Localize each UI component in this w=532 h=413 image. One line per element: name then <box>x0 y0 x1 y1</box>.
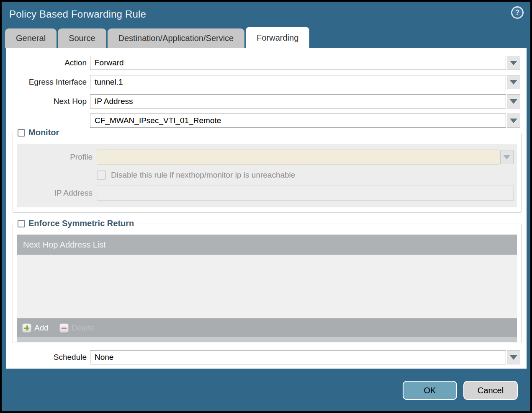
monitor-legend: Monitor <box>15 128 63 137</box>
dialog-title: Policy Based Forwarding Rule <box>9 8 146 20</box>
chevron-down-icon <box>510 355 517 360</box>
schedule-row: Schedule None <box>6 350 520 364</box>
action-dropdown-button[interactable] <box>507 56 520 70</box>
profile-select[interactable] <box>97 150 499 165</box>
add-button-label: Add <box>34 323 49 333</box>
tab-forwarding[interactable]: Forwarding <box>246 27 309 48</box>
monitor-section: Monitor Profile Disable this rule if nex… <box>13 133 522 213</box>
monitor-ip-address-input[interactable] <box>97 186 514 201</box>
monitor-ip-address-label: IP Address <box>17 188 93 198</box>
next-hop-dropdown-button[interactable] <box>507 94 520 108</box>
enforce-symmetric-return-section: Enforce Symmetric Return Next Hop Addres… <box>13 224 522 343</box>
delete-button-label: Delete <box>72 323 95 333</box>
table-bottom-strip <box>17 337 517 342</box>
chevron-down-icon <box>510 119 517 123</box>
title-bar: Policy Based Forwarding Rule ? <box>2 2 530 27</box>
chevron-down-icon <box>510 99 517 104</box>
minus-icon <box>59 323 69 333</box>
action-row: Action Forward <box>6 56 520 70</box>
tab-general[interactable]: General <box>5 28 57 48</box>
egress-interface-dropdown-button[interactable] <box>507 75 520 89</box>
egress-interface-label: Egress Interface <box>6 77 87 87</box>
egress-interface-select[interactable]: tunnel.1 <box>90 75 506 89</box>
help-icon[interactable]: ? <box>511 6 524 19</box>
next-hop-address-list-body[interactable] <box>17 255 517 318</box>
tab-source[interactable]: Source <box>58 28 106 48</box>
schedule-label: Schedule <box>6 353 87 362</box>
disable-rule-row: Disable this rule if nexthop/monitor ip … <box>17 170 514 180</box>
dialog-chrome: Policy Based Forwarding Rule ? General S… <box>2 2 530 411</box>
schedule-select[interactable]: None <box>90 350 506 364</box>
next-hop-address-select[interactable]: CF_MWAN_IPsec_VTI_01_Remote <box>90 114 506 128</box>
next-hop-address-list-table: Next Hop Address List Add Delete <box>17 235 517 342</box>
disable-rule-label: Disable this rule if nexthop/monitor ip … <box>111 170 295 180</box>
egress-interface-row: Egress Interface tunnel.1 <box>6 75 520 89</box>
action-select[interactable]: Forward <box>90 56 506 70</box>
monitor-ip-address-row: IP Address <box>17 186 514 201</box>
add-button[interactable]: Add <box>22 323 49 333</box>
profile-row: Profile <box>17 150 514 165</box>
action-label: Action <box>6 58 87 67</box>
next-hop-row: Next Hop IP Address <box>6 94 520 108</box>
dialog-footer: OK Cancel <box>2 369 530 411</box>
tab-strip: General Source Destination/Application/S… <box>2 27 530 48</box>
next-hop-label: Next Hop <box>6 97 87 106</box>
enforce-symmetric-return-legend: Enforce Symmetric Return <box>15 219 138 228</box>
profile-label: Profile <box>17 152 93 162</box>
table-header-next-hop-address-list: Next Hop Address List <box>17 235 517 255</box>
ok-button[interactable]: OK <box>403 381 457 400</box>
enforce-symmetric-return-legend-label: Enforce Symmetric Return <box>28 219 134 228</box>
monitor-checkbox[interactable] <box>18 129 25 137</box>
table-footer-toolbar: Add Delete <box>17 318 517 337</box>
monitor-disabled-panel: Profile Disable this rule if nexthop/mon… <box>17 144 517 207</box>
delete-button[interactable]: Delete <box>59 323 95 333</box>
enforce-symmetric-return-checkbox[interactable] <box>18 220 25 227</box>
dialog-window: Policy Based Forwarding Rule ? General S… <box>0 0 532 413</box>
schedule-dropdown-button[interactable] <box>507 350 520 364</box>
profile-dropdown-button <box>500 150 514 164</box>
tab-destination-application-service[interactable]: Destination/Application/Service <box>108 28 245 48</box>
plus-icon <box>22 323 31 333</box>
disable-rule-checkbox[interactable] <box>97 170 106 180</box>
chevron-down-icon <box>510 61 517 65</box>
next-hop-address-row: CF_MWAN_IPsec_VTI_01_Remote <box>6 114 520 128</box>
chevron-down-icon <box>510 80 517 85</box>
chevron-down-icon <box>503 155 511 160</box>
monitor-legend-label: Monitor <box>28 128 59 137</box>
tab-content-forwarding: Action Forward Egress Interface tunnel.1… <box>6 48 527 369</box>
next-hop-type-select[interactable]: IP Address <box>90 94 506 108</box>
next-hop-address-dropdown-button[interactable] <box>507 114 520 128</box>
cancel-button[interactable]: Cancel <box>463 381 518 400</box>
